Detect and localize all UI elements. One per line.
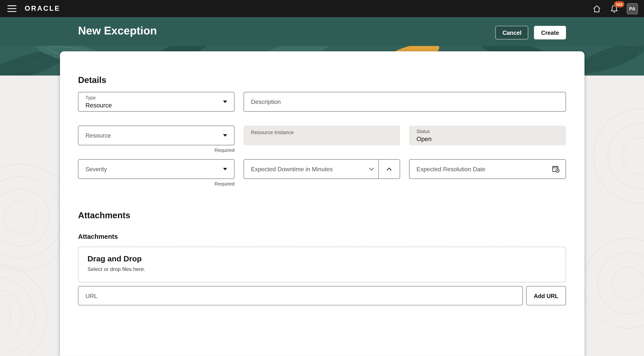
chevron-down-icon [223,134,227,137]
header-actions: Cancel Create [496,26,566,39]
resource-label: Resource [86,132,111,139]
hamburger-menu-icon[interactable] [7,5,16,12]
notification-badge: 163 [614,1,624,7]
page-title: New Exception [78,25,157,37]
expected-resolution-date-input[interactable]: Expected Resolution Date [409,159,566,179]
application-window: ORACLE 163 PA [0,0,644,356]
file-dropzone[interactable]: Drag and Drop Select or drop files here. [78,247,566,283]
status-label: Status [416,129,430,134]
url-label: URL [86,292,97,299]
avatar[interactable]: PA [627,3,638,14]
type-select[interactable]: Type Resource [78,92,234,112]
stepper-down-icon[interactable] [369,167,374,171]
description-input[interactable]: Description [244,92,566,112]
expected-downtime-label: Expected Downtime in Minutes [251,166,333,172]
resource-select[interactable]: Resource [78,125,234,145]
resource-required-text: Required [78,147,234,153]
chevron-down-icon [223,100,227,103]
oracle-logo: ORACLE [25,4,60,13]
severity-label: Severity [86,166,107,172]
expected-downtime-stepper[interactable]: Expected Downtime in Minutes [244,159,400,179]
background-pattern-right [575,107,644,337]
status-value: Open [416,135,432,142]
chevron-down-icon [223,168,227,170]
severity-select[interactable]: Severity [78,159,234,179]
topbar: ORACLE 163 PA [0,0,644,17]
form-card: Details Type Resource Description Resour… [60,51,584,356]
description-label: Description [251,99,281,105]
notifications-button[interactable]: 163 [608,2,620,15]
add-url-button[interactable]: Add URL [526,286,566,305]
dropzone-subtitle: Select or drop files here. [88,266,145,272]
expected-resolution-date-label: Expected Resolution Date [416,166,486,172]
home-icon [593,5,601,12]
calendar-clock-icon[interactable] [552,165,560,173]
severity-required-text: Required [78,181,234,187]
type-value: Resource [86,102,112,109]
resource-instance-input: Resource Instance [244,125,400,145]
stepper-up-icon[interactable] [378,160,400,179]
attachments-heading: Attachments [78,211,130,220]
home-button[interactable] [591,2,603,15]
resource-instance-label: Resource Instance [251,130,294,135]
cancel-button[interactable]: Cancel [496,26,528,39]
details-heading: Details [78,75,106,85]
type-label: Type [86,95,96,100]
create-button[interactable]: Create [534,26,566,39]
url-input[interactable]: URL [78,286,523,305]
status-field: Status Open [409,125,566,145]
attachments-subheading: Attachments [78,233,118,241]
dropzone-title: Drag and Drop [88,254,142,263]
